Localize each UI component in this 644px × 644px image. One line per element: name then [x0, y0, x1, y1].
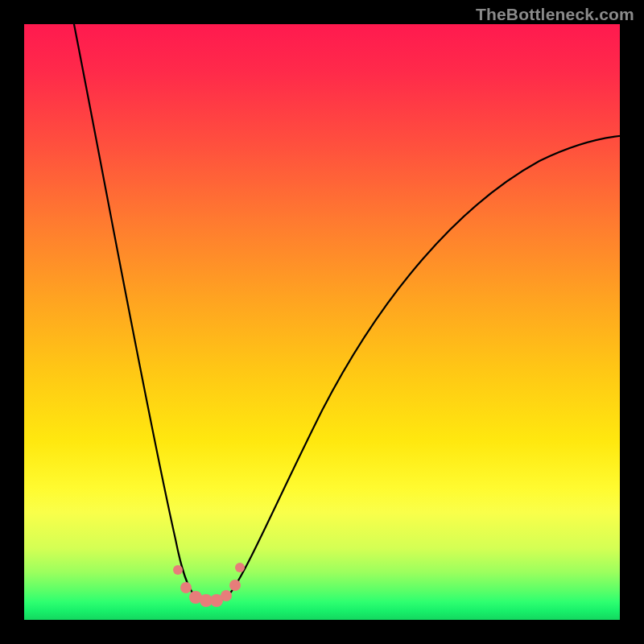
data-point — [173, 565, 183, 575]
curve-left-branch — [72, 16, 211, 602]
data-point — [229, 580, 241, 591]
bottleneck-curve — [24, 24, 620, 620]
data-point — [221, 590, 232, 601]
chart-container: TheBottleneck.com — [0, 0, 644, 644]
curve-right-branch — [211, 135, 628, 602]
data-point — [180, 582, 192, 593]
plot-area — [24, 24, 620, 620]
watermark-text: TheBottleneck.com — [476, 5, 634, 24]
data-point — [235, 563, 245, 572]
